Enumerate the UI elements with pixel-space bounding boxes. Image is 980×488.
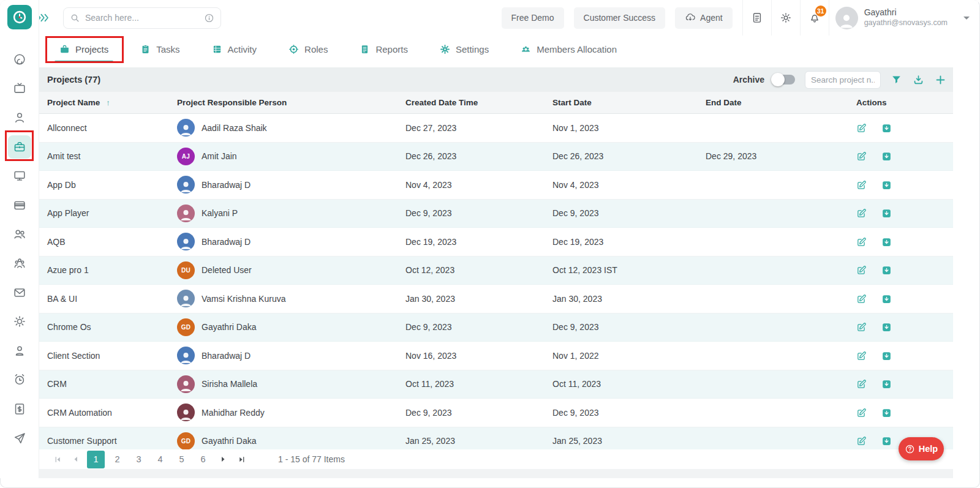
table-row: Chrome OsGDGayathri DakaDec 9, 2023Dec 9… (39, 313, 953, 342)
column-project-name[interactable]: Project Name↑ (39, 98, 177, 107)
archive-icon (881, 294, 892, 304)
row-actions (856, 350, 953, 361)
edit-project-button[interactable] (856, 351, 867, 361)
edit-project-button[interactable] (856, 123, 867, 133)
download-button[interactable] (911, 73, 925, 86)
column-created-date[interactable]: Created Date Time (405, 98, 552, 107)
project-name[interactable]: Azue pro 1 (39, 265, 177, 275)
column-start-date[interactable]: Start Date (552, 98, 706, 107)
notes-button[interactable] (743, 0, 771, 36)
person-name: Aadil Raza Shaik (202, 123, 267, 133)
tab-tasks[interactable]: Tasks (140, 36, 179, 62)
project-name[interactable]: Amit test (39, 151, 177, 161)
sidebar-item-timer[interactable] (0, 45, 39, 74)
archive-project-button[interactable] (881, 180, 892, 190)
add-project-button[interactable] (933, 73, 947, 86)
filter-button[interactable] (889, 73, 903, 86)
customer-success-button[interactable]: Customer Success (574, 7, 665, 29)
project-name[interactable]: CRM (39, 379, 177, 389)
sidebar-item-settings[interactable] (0, 307, 39, 336)
sidebar-item-invoice[interactable] (0, 394, 39, 424)
project-name[interactable]: Allconnect (39, 123, 177, 133)
archive-icon (881, 151, 892, 162)
sidebar-item-profile[interactable] (0, 336, 39, 366)
edit-project-button[interactable] (856, 237, 867, 247)
info-icon[interactable] (204, 13, 214, 23)
archive-project-button[interactable] (881, 123, 892, 133)
edit-project-button[interactable] (856, 408, 867, 418)
project-search-input[interactable] (805, 71, 881, 89)
project-name[interactable]: CRM Automation (39, 408, 177, 418)
sort-asc-icon[interactable]: ↑ (106, 98, 110, 107)
next-page-button[interactable] (216, 452, 230, 467)
chevron-down-icon[interactable] (963, 17, 970, 20)
archive-project-button[interactable] (881, 294, 892, 304)
archive-toggle[interactable] (773, 75, 795, 84)
agent-label: Agent (700, 13, 723, 23)
project-name[interactable]: BA & UI (39, 294, 177, 304)
archive-project-button[interactable] (881, 408, 892, 418)
page-number-4[interactable]: 4 (151, 451, 169, 468)
archive-project-button[interactable] (881, 265, 892, 276)
free-demo-button[interactable]: Free Demo (502, 7, 564, 29)
project-name[interactable]: AQB (39, 237, 177, 247)
sidebar-item-billing[interactable] (0, 190, 39, 220)
project-name[interactable]: Customer Support (39, 436, 177, 446)
sidebar-item-users[interactable] (0, 220, 39, 249)
tab-projects[interactable]: Projects (59, 36, 108, 62)
search-input[interactable] (85, 13, 199, 23)
page-number-5[interactable]: 5 (173, 451, 190, 468)
edit-project-button[interactable] (856, 436, 867, 446)
archive-project-button[interactable] (881, 208, 892, 219)
tab-reports[interactable]: Reports (360, 36, 408, 62)
sidebar-item-projects[interactable] (0, 132, 39, 162)
project-name[interactable]: App Db (39, 180, 177, 190)
edit-project-button[interactable] (856, 180, 867, 190)
edit-project-button[interactable] (856, 379, 867, 389)
table-row: Azue pro 1DUDeleted UserOct 12, 2023Oct … (39, 257, 953, 285)
edit-project-button[interactable] (856, 151, 867, 162)
notifications-button[interactable]: 31 (801, 0, 829, 36)
edit-project-button[interactable] (856, 265, 867, 276)
agent-button[interactable]: Agent (675, 7, 733, 29)
project-name[interactable]: Chrome Os (39, 322, 177, 332)
sidebar-item-team[interactable] (0, 249, 39, 278)
user-menu[interactable]: Gayathri gayathri@snovasys.com (835, 7, 948, 29)
archive-project-button[interactable] (881, 436, 892, 446)
tab-settings[interactable]: Settings (440, 36, 489, 62)
archive-project-button[interactable] (881, 151, 892, 162)
sidebar-item-time[interactable] (0, 366, 39, 395)
column-end-date[interactable]: End Date (706, 98, 856, 107)
prev-page-button[interactable] (69, 452, 83, 467)
column-responsible-person[interactable]: Project Responsible Person (177, 98, 405, 107)
edit-project-button[interactable] (856, 208, 867, 219)
page-number-3[interactable]: 3 (130, 451, 148, 468)
sidebar-item-tv[interactable] (0, 74, 39, 103)
tab-members-allocation[interactable]: Members Allocation (521, 36, 617, 62)
sidebar-item-send[interactable] (0, 424, 39, 453)
page-number-1[interactable]: 1 (87, 451, 105, 468)
page-number-2[interactable]: 2 (108, 451, 126, 468)
archive-project-button[interactable] (881, 322, 892, 332)
tab-activity[interactable]: Activity (212, 36, 257, 62)
archive-project-button[interactable] (881, 237, 892, 247)
sidebar-item-person[interactable] (0, 103, 39, 132)
project-name[interactable]: App Player (39, 208, 177, 218)
settings-button[interactable] (772, 0, 800, 36)
page-number-6[interactable]: 6 (194, 451, 212, 468)
help-button[interactable]: Help (899, 437, 944, 460)
archive-project-button[interactable] (881, 379, 892, 389)
first-page-button[interactable] (50, 452, 65, 467)
sidebar-item-mail[interactable] (0, 278, 39, 307)
tab-roles[interactable]: Roles (288, 36, 328, 62)
start-date: Oct 11, 2023 (552, 379, 706, 389)
sidebar-item-monitor[interactable] (0, 161, 39, 190)
sidebar-nav (0, 45, 39, 452)
edit-project-button[interactable] (856, 322, 867, 332)
archive-project-button[interactable] (881, 351, 892, 361)
last-page-button[interactable] (234, 452, 249, 467)
app-logo[interactable] (7, 5, 32, 29)
edit-project-button[interactable] (856, 294, 867, 304)
project-name[interactable]: Client Section (39, 351, 177, 361)
cloud-download-icon (685, 12, 696, 23)
